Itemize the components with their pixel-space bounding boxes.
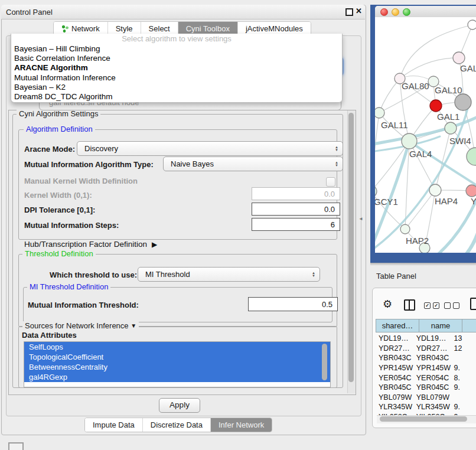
algorithm-dropdown-placeholder: Select algorithm to view settings [11,34,342,44]
table-cell: YER054C [376,374,414,382]
network-edge[interactable] [375,113,379,191]
splitter-collapse-icon[interactable]: ◄ [358,216,363,221]
dock-window-icon[interactable] [8,442,24,450]
table-panel-title: Table Panel [376,272,416,281]
network-canvas[interactable]: GAL7GAL80GAL10GAL1GAL11SWI4GAL4GCY1HAP4Y… [375,17,476,253]
table-cell: YLR345W [414,403,452,411]
tab-discretize-data[interactable]: Discretize Data [143,418,211,432]
algorithm-option[interactable]: ARACNE Algorithm [11,63,342,73]
table-cell: 12 [451,344,476,353]
float-window-icon[interactable] [345,8,353,16]
network-icon [61,25,69,32]
expand-triangle-icon[interactable]: ▶ [152,240,157,249]
kernel-width-field[interactable]: 0.0 [252,187,340,200]
sources-legend[interactable]: Sources for Network Inference ▼ [22,321,139,330]
node-label-gal4: GAL4 [409,149,432,159]
minimize-traffic-light-icon[interactable] [392,8,399,16]
which-threshold-value: MI Threshold [145,270,190,279]
which-threshold-combobox[interactable]: MI Threshold ▲▼ [138,267,320,282]
algorithm-option[interactable]: Bayesian – Hill Climbing [11,44,342,54]
node-hap2[interactable] [400,224,410,234]
table-row[interactable]: YDL19…YDL19…13 [376,334,476,344]
table-row[interactable]: YBR045CYBR045C9. [376,383,476,393]
network-view-titlebar[interactable] [375,6,476,18]
table-row[interactable]: YDR27…YDR27…12 [376,344,476,354]
table-row[interactable]: YBL079WYBL079W [376,393,476,403]
data-attributes-list[interactable]: SelfLoopsTopologicalCoefficientBetweenne… [24,341,331,387]
attribute-item[interactable]: BetweennessCentrality [24,362,330,372]
node-right-large[interactable] [467,148,476,165]
table-cell: YLR345W [376,403,414,411]
document-icon[interactable] [470,298,476,310]
table-cell: 8. [451,374,476,382]
dpi-tolerance-field[interactable]: 0.0 [252,203,340,216]
hub-definition-expander[interactable]: Hub/Transcription Factor Definition ▶ [24,240,157,249]
close-traffic-light-icon[interactable] [380,8,388,16]
column-header[interactable] [462,319,476,332]
node-swi4[interactable] [445,122,457,134]
close-icon[interactable]: ✕ [356,6,362,15]
checked-box-icon: ✓ [424,302,431,309]
node-gcy1[interactable] [375,185,377,197]
node-selected-red[interactable] [430,100,442,112]
mi-steps-label: Mutual Information Steps: [24,221,119,230]
data-attributes-label: Data Attributes [22,331,77,340]
settings-scrollbar-thumb[interactable] [348,113,354,382]
algorithm-option[interactable]: Mutual Information Inference [11,73,342,83]
stepper-icon[interactable]: ▲▼ [335,161,338,167]
table-row[interactable]: YPR145WYPR145W9. [376,363,476,373]
attribute-item[interactable]: TopologicalCoefficient [24,352,330,362]
table-cell: YBL079W [376,393,414,402]
network-edge[interactable] [400,58,459,79]
node-gal11[interactable] [375,107,384,118]
table-cell: 13 [451,334,476,343]
algorithm-option[interactable]: Dream8 DC_TDC Algorithm [11,92,342,102]
network-edge[interactable] [405,190,435,229]
zoom-traffic-light-icon[interactable] [403,8,410,16]
algorithm-option[interactable]: Basic Correlation Inference [11,54,342,63]
node-top[interactable] [468,20,476,30]
mi-threshold-field[interactable]: 0.5 [248,297,338,311]
mi-algorithm-type-combobox[interactable]: Naive Bayes ▲▼ [163,156,343,171]
tab-impute-data[interactable]: Impute Data [85,418,143,432]
attribute-item[interactable]: gal4RGexp [24,372,330,382]
table-cell: YBL079W [414,393,452,402]
gear-icon[interactable]: ⚙ [383,298,392,311]
unchecked-box-icon [453,302,459,309]
algorithm-option[interactable]: Bayesian – K2 [11,83,342,92]
node-pink-right[interactable] [466,185,476,197]
attribute-item[interactable]: SelfLoops [24,342,330,352]
table-horizontal-scrollbar-thumb[interactable] [380,416,467,422]
algorithm-dropdown-list: Bayesian – Hill ClimbingBasic Correlatio… [11,44,342,102]
control-panel-title: Control Panel [6,8,53,17]
mi-threshold-definition-legend: MI Threshold Definition [27,282,110,291]
manual-kernel-width-checkbox[interactable] [326,177,335,187]
mi-steps-field[interactable]: 6 [252,218,340,231]
select-all-checkboxes-icon[interactable]: ✓ ✓ [424,302,439,309]
network-edge-highlighted[interactable] [409,141,476,188]
table-row[interactable]: YLR345WYLR345W9. [376,402,476,412]
table-row[interactable]: YER054CYER054C8. [376,373,476,383]
tab-infer-network[interactable]: Infer Network [211,418,272,432]
column-header[interactable]: name [419,319,462,332]
node-gal7[interactable] [453,52,465,64]
kernel-width-label: Kernel Width (0,1): [24,191,92,200]
stepper-icon[interactable]: ▲▼ [312,272,315,278]
deselect-all-checkboxes-icon[interactable] [444,302,459,309]
table-cell: YBR045C [376,383,414,392]
node-gal4[interactable] [402,133,417,149]
split-columns-icon[interactable] [404,299,415,311]
collapse-triangle-icon[interactable]: ▼ [131,322,136,329]
table-cell: 9. [451,364,476,372]
node-hap4[interactable] [429,184,441,196]
table-cell: YPR145W [376,364,414,372]
aracne-mode-combobox[interactable]: Discovery ▲▼ [77,141,343,156]
stepper-icon[interactable]: ▲▼ [335,146,338,152]
table-row[interactable]: YBR043CYBR043C [376,353,476,363]
column-header[interactable]: shared… [376,319,419,332]
apply-button[interactable]: Apply [159,398,200,413]
attributes-list-scrollbar-thumb[interactable] [322,344,327,380]
node-label-swi4: SWI4 [449,136,471,146]
node-label-y: Y [471,196,476,206]
node-gray[interactable] [455,94,471,110]
